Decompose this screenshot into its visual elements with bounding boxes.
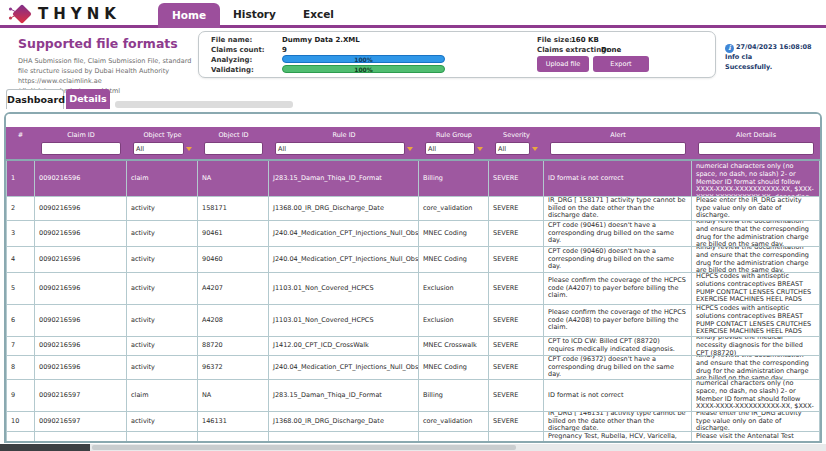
cell-alert: CPT code (90461) doesn't have a correspo… (544, 221, 692, 246)
cell-alert: IR_DRG [ 146131 ] activity type cannot b… (544, 412, 692, 431)
alert-filter-input[interactable] (550, 142, 686, 155)
col-alert-details: Alert Details (736, 129, 776, 142)
cell-alert-details: Kindly provide the medical necessity dia… (692, 337, 820, 355)
export-button[interactable]: Export (593, 56, 649, 72)
cell-alert: ID format is not correct (544, 161, 692, 196)
cell-rule-id: J1103.01_Non_Covered_HCPCS (269, 273, 419, 304)
cell-object-id: A4208 (198, 305, 269, 336)
cell-object-id: A4207 (198, 273, 269, 304)
scrollbar-left-button[interactable] (0, 444, 90, 451)
chevron-down-icon (477, 147, 483, 151)
cell-rule-group: core_validation (419, 197, 489, 220)
brand-name: THYNK (38, 5, 121, 23)
object-id-filter-input[interactable] (204, 142, 263, 155)
claims-count-value: 9 (282, 46, 287, 54)
cell-alert-details: 1-Daman /Thiqa ID Format: Member ID form… (692, 161, 820, 196)
cell-rule-group: Billing (419, 380, 489, 411)
table-row[interactable]: 20090216596activity158171J1368.00_IR_DRG… (6, 197, 820, 221)
table-row[interactable]: 10090216596claimNAJ283.15_Daman_Thiqa_ID… (6, 161, 820, 197)
cell-alert: Please confirm the coverage of the HCPCS… (544, 305, 692, 336)
cell-num: 8 (6, 356, 35, 379)
table-row[interactable]: 30090216596activity90461J240.04_Medicati… (6, 221, 820, 247)
cell-alert-details: Kindly review the documentation and ensu… (692, 247, 820, 272)
cell-num: 4 (6, 247, 35, 272)
cell-rule-id: J283.15_Daman_Thiqa_ID_Format (269, 380, 419, 411)
notification-line2: Successfully. (725, 63, 772, 71)
file-name-value: Dummy Data 2.XML (282, 36, 360, 44)
col-severity: Severity (503, 129, 530, 142)
cell-object-id: 90460 (198, 247, 269, 272)
cell-rule-group: MNEC Coding (419, 247, 489, 272)
supported-formats-heading: Supported file formats (18, 36, 178, 51)
cell-claim-id: 0090216596 (35, 305, 127, 336)
table-row[interactable]: 100090216597activity146131J1368.00_IR_DR… (6, 412, 820, 432)
cell-object-type: activity (127, 337, 198, 355)
cell-claim-id: 0090216596 (35, 337, 127, 355)
analyzing-progress-bar: 100% (282, 55, 445, 63)
table-row[interactable]: 110090216597activity86703J1022.01_Daman_… (6, 432, 820, 443)
cell-rule-id: J240.04_Medication_CPT_Injections_Null_O… (269, 247, 419, 272)
cell-num: 10 (6, 412, 35, 431)
table-row[interactable]: 40090216596activity90460J240.04_Medicati… (6, 247, 820, 273)
cell-claim-id: 0090216597 (35, 412, 127, 431)
cell-rule-group: Exclusion (419, 273, 489, 304)
alert-details-filter-input[interactable] (698, 142, 814, 155)
chevron-down-icon (532, 147, 538, 151)
cell-object-type: activity (127, 221, 198, 246)
notification-line1: 27/04/2023 16:08:08 Info cla (725, 43, 812, 61)
cell-alert: Please confirm the coverage of the HCPCS… (544, 273, 692, 304)
cell-rule-id: J1368.00_IR_DRG_Discharge_Date (269, 197, 419, 220)
table-row[interactable]: 70090216596activity88720J1412.00_CPT_ICD… (6, 337, 820, 356)
table-header: # Claim ID Object Type All Object ID Rul… (6, 127, 820, 161)
cell-num: 11 (6, 432, 35, 443)
cell-object-id: NA (198, 161, 269, 196)
cell-severity: SEVERE (489, 273, 544, 304)
cell-object-type: activity (127, 273, 198, 304)
table-row[interactable]: 90090216597claimNAJ283.15_Daman_Thiqa_ID… (6, 380, 820, 412)
cell-severity: SEVERE (489, 380, 544, 411)
table-row[interactable]: 80090216596activity96372J240.04_Medicati… (6, 356, 820, 380)
col-index: # (18, 129, 23, 142)
cell-severity: SEVERE (489, 305, 544, 336)
horizontal-scrollbar[interactable] (0, 444, 826, 451)
rule-group-filter-select[interactable]: All (425, 142, 475, 155)
tab-details[interactable]: Details (66, 89, 110, 109)
cell-alert: IR_DRG [ 158171 ] activity type cannot b… (544, 197, 692, 220)
cell-alert-details: Please enter the IR_DRG activity type va… (692, 197, 820, 220)
cell-alert-details: 1-Daman /Thiqa ID Format: Member ID form… (692, 380, 820, 411)
table-row[interactable]: 60090216596activityA4208J1103.01_Non_Cov… (6, 305, 820, 337)
cell-severity: SEVERE (489, 412, 544, 431)
col-object-id: Object ID (218, 129, 248, 142)
cell-object-type: activity (127, 197, 198, 220)
tab-dashboard[interactable]: Dashboard (6, 89, 64, 109)
col-rule-id: Rule ID (332, 129, 355, 142)
cell-num: 2 (6, 197, 35, 220)
upload-file-button[interactable]: Upload file (537, 56, 589, 72)
chevron-down-icon (186, 147, 192, 151)
claim-id-filter-input[interactable] (41, 142, 121, 155)
severity-filter-select[interactable]: All (495, 142, 530, 155)
cell-claim-id: 0090216596 (35, 221, 127, 246)
cell-severity: SEVERE (489, 337, 544, 355)
object-type-filter-select[interactable]: All (133, 142, 184, 155)
rule-id-filter-select[interactable]: All (275, 142, 405, 155)
cell-severity: SEVERE (489, 221, 544, 246)
file-name-label: File name: (211, 36, 252, 44)
cell-alert: ID format is not correct (544, 380, 692, 411)
info-icon: i (725, 44, 734, 53)
thynk-logo-icon (8, 3, 32, 25)
tab-history[interactable]: History (233, 8, 276, 20)
cell-claim-id: 0090216596 (35, 247, 127, 272)
chevron-down-icon (407, 147, 413, 151)
claims-extracting-label: Claims extracting: (537, 46, 609, 54)
cell-rule-id: J240.04_Medication_CPT_Injections_Null_O… (269, 356, 419, 379)
brand-logo: THYNK (8, 3, 121, 25)
scrollbar-thumb[interactable] (92, 445, 516, 450)
tab-excel[interactable]: Excel (303, 8, 334, 20)
tab-home[interactable]: Home (158, 3, 220, 28)
cell-object-id: 86703 (198, 432, 269, 443)
file-info-panel: File name: Dummy Data 2.XML Claims count… (198, 31, 716, 78)
cell-object-id: 146131 (198, 412, 269, 431)
cell-object-id: 96372 (198, 356, 269, 379)
table-row[interactable]: 50090216596activityA4207J1103.01_Non_Cov… (6, 273, 820, 305)
